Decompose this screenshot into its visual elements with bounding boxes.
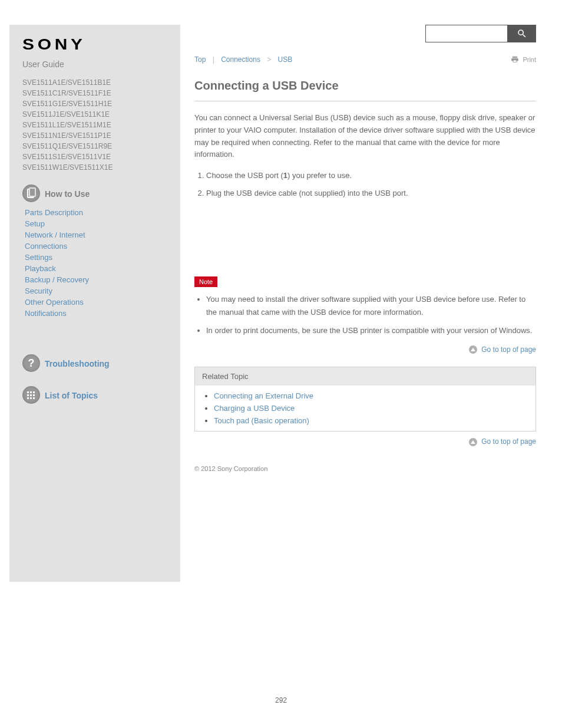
sidebar-item-security[interactable]: Security xyxy=(25,286,52,295)
intro-paragraph: You can connect a Universal Serial Bus (… xyxy=(194,112,536,161)
breadcrumb: Top | Connections > USB xyxy=(194,55,292,64)
note-item: In order to print documents, be sure the… xyxy=(206,324,536,337)
sidebar-item-settings[interactable]: Settings xyxy=(25,253,52,262)
model-line: SVE1511N1E/SVE1511P1E xyxy=(22,130,167,141)
page-icon xyxy=(22,185,40,202)
sidebar-item-backup[interactable]: Backup / Recovery xyxy=(25,275,89,284)
model-line: SVE1511S1E/SVE1511V1E xyxy=(22,151,167,162)
guide-title: User Guide xyxy=(22,60,167,69)
arrow-up-icon xyxy=(469,345,477,354)
notes-list: You may need to install the driver softw… xyxy=(194,293,536,337)
arrow-up-icon xyxy=(469,438,477,446)
related-link-1[interactable]: Connecting an External Drive xyxy=(214,391,313,400)
search-row xyxy=(194,25,536,42)
step-2: Plug the USB device cable (not supplied)… xyxy=(206,187,536,200)
copyright: © 2012 Sony Corporation xyxy=(194,459,536,484)
sidebar-item-notifications[interactable]: Notifications xyxy=(25,309,67,318)
search-box xyxy=(425,25,536,42)
search-input[interactable] xyxy=(425,25,508,42)
breadcrumb-usb[interactable]: USB xyxy=(278,55,293,64)
breadcrumb-top[interactable]: Top xyxy=(194,55,206,64)
print-button[interactable]: Print xyxy=(511,55,536,64)
sidebar-section-topics: List of Topics xyxy=(22,386,167,405)
related-topic-box: Related Topic Connecting an External Dri… xyxy=(194,367,536,431)
step-text: ) you prefer to use. xyxy=(287,171,352,180)
sidebar-item-network[interactable]: Network / Internet xyxy=(25,230,85,239)
go-top-link[interactable]: Go to top of page xyxy=(481,345,536,354)
port-ref: 1 xyxy=(283,171,287,180)
sidebar-item-connections[interactable]: Connections xyxy=(25,242,67,251)
print-label: Print xyxy=(523,56,536,63)
sidebar-item-playback[interactable]: Playback xyxy=(25,264,56,273)
print-icon xyxy=(511,55,519,64)
model-line: SVE1511Q1E/SVE1511R9E xyxy=(22,141,167,151)
sidebar-item-otherops[interactable]: Other Operations xyxy=(25,298,84,307)
note-tag: Note xyxy=(194,276,217,287)
sidebar-section-title-link[interactable]: Troubleshooting xyxy=(45,359,110,368)
search-icon xyxy=(517,28,527,39)
related-header: Related Topic xyxy=(195,367,535,386)
sidebar-section-title-link[interactable]: List of Topics xyxy=(45,391,98,400)
model-line: SVE1511C1R/SVE1511F1E xyxy=(22,88,167,98)
sidebar: SONY User Guide SVE1511A1E/SVE1511B1E SV… xyxy=(9,25,180,582)
step-text: Choose the USB port ( xyxy=(206,171,283,180)
question-icon xyxy=(22,354,40,372)
brand-logo: SONY xyxy=(22,35,189,54)
related-link-2[interactable]: Charging a USB Device xyxy=(214,404,295,413)
sidebar-section-trouble: Troubleshooting xyxy=(22,354,167,373)
breadcrumb-connections[interactable]: Connections xyxy=(221,55,260,64)
go-top-link[interactable]: Go to top of page xyxy=(481,437,536,446)
list-icon xyxy=(22,386,40,404)
model-line: SVE1511L1E/SVE1511M1E xyxy=(22,120,167,130)
sidebar-item-parts[interactable]: Parts Description xyxy=(25,208,83,217)
sidebar-section-howto: How to Use Parts Description Setup Netwo… xyxy=(22,185,167,318)
model-line: SVE1511G1E/SVE1511H1E xyxy=(22,98,167,109)
model-list: SVE1511A1E/SVE1511B1E SVE1511C1R/SVE1511… xyxy=(22,77,167,173)
search-button[interactable] xyxy=(508,25,536,42)
note-item: You may need to install the driver softw… xyxy=(206,293,536,319)
model-line: SVE1511W1E/SVE1511X1E xyxy=(22,162,167,173)
model-line: SVE1511J1E/SVE1511K1E xyxy=(22,109,167,120)
related-link-3[interactable]: Touch pad (Basic operation) xyxy=(214,416,309,425)
sidebar-section-title: How to Use xyxy=(45,189,90,199)
model-line: SVE1511A1E/SVE1511B1E xyxy=(22,77,167,88)
step-1: Choose the USB port (1) you prefer to us… xyxy=(206,169,536,182)
steps-list: Choose the USB port (1) you prefer to us… xyxy=(194,169,536,200)
page-title: Connecting a USB Device xyxy=(194,79,536,101)
sidebar-item-setup[interactable]: Setup xyxy=(25,219,45,228)
main-content: Top | Connections > USB Print Connecting… xyxy=(194,25,536,484)
